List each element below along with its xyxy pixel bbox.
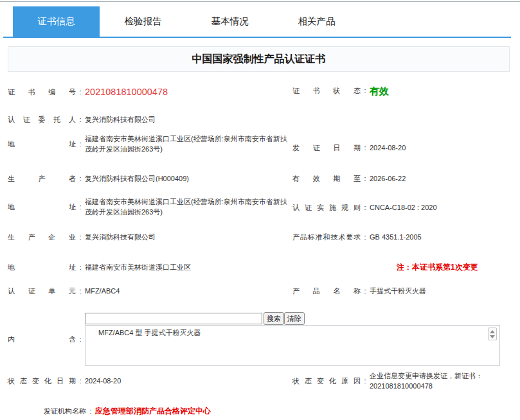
producer-value: 复兴消防科技有限公司(H000409) [85,174,189,184]
list-item[interactable]: MFZ/ABC4 型 手提式干粉灭火器 [85,326,499,338]
field-producer-address: 地址 : 福建省南安市美林街道溪口工业区(经营场所:泉州市南安市省新扶茂岭开发区… [8,197,294,218]
colon: : [76,335,85,345]
spinner-up-icon[interactable] [490,330,495,333]
colon: : [361,86,370,96]
contains-list-box[interactable]: MFZ/ABC4 型 手提式干粉灭火器 [85,325,500,366]
field-label: 内含 [8,335,76,345]
product-name-value: 手提式干粉灭火器 [370,286,426,297]
field-implementation-rule: 认证实施规则 : CNCA-C18-02 : 2020 [292,203,437,213]
issuing-org-value: 应急管理部消防产品合格评定中心 [95,406,211,417]
field-label: 产品名称 [292,286,361,297]
tab-underline [3,37,511,38]
field-label: 认证实施规则 [292,203,361,213]
tab-certificate-info[interactable]: 证书信息 [13,6,100,37]
applicant-value: 复兴消防科技有限公司 [85,115,156,125]
colon: : [86,407,95,417]
field-issuing-org: 发证机构名称 : 应急管理部消防产品合格评定中心 [44,406,211,417]
valid-until-value: 2026-06-22 [370,174,406,184]
colon: : [76,286,85,297]
field-cert-status: 证书状态 : 有效 [292,84,389,98]
tab-inspection-report[interactable]: 检验报告 [100,6,186,37]
colon: : [76,139,85,150]
tab-related-products[interactable]: 相关产品 [273,6,360,37]
colon: : [76,232,85,243]
field-factory-address: 地址 : 福建省南安市美林街道溪口工业区 [8,263,191,273]
factory-value: 复兴消防科技有限公司 [85,232,156,243]
field-label: 认证委托人 [8,115,76,125]
field-label: 地址 [8,202,76,213]
field-product-name: 产品名称 : 手提式干粉灭火器 [292,286,426,297]
producer-address-value: 福建省南安市美林街道溪口工业区(经营场所:泉州市南安市省新扶茂岭开发区油园街26… [85,197,294,218]
field-issue-date: 发证日期 : 2024-08-20 [292,143,406,153]
field-label: 生产者 [8,174,76,184]
field-cert-number: 证书编号 : 2021081810000478 [8,85,168,99]
field-label: 状态变化原因 [292,376,361,387]
cert-number-value: 2021081810000478 [85,85,168,99]
spinner-down-icon[interactable] [490,335,495,338]
colon: : [76,202,85,213]
field-label: 发证日期 [292,143,361,153]
field-label: 生产企业 [8,232,76,243]
field-label: 地址 [8,263,76,273]
field-label: 证书状态 [292,86,361,96]
search-button[interactable]: 搜索 [264,312,284,325]
field-label: 地址 [8,139,76,150]
colon: : [76,115,85,125]
tab-basic-info[interactable]: 基本情况 [186,6,273,37]
colon: : [361,376,370,387]
field-label: 有效期至 [292,174,361,184]
colon: : [361,174,370,184]
contains-search-input[interactable] [85,313,262,324]
colon: : [361,286,370,297]
spinner-control[interactable] [488,328,497,340]
certificate-title-box: 中国国家强制性产品认证证书 [8,46,510,72]
field-label: 证书编号 [8,87,76,98]
colon: : [76,174,85,184]
change-note: 注：本证书系第1次变更 [397,262,478,273]
field-valid-until: 有效期至 : 2026-06-22 [292,174,406,184]
factory-address-value: 福建省南安市美林街道溪口工业区 [85,263,191,273]
issue-date-value: 2024-08-20 [370,143,406,153]
field-factory: 生产企业 : 复兴消防科技有限公司 [8,232,156,243]
top-divider [0,1,520,2]
field-product-standard: 产品标准和技术要求 : GB 4351.1-2005 [292,232,422,243]
cert-unit-value: MFZ/ABC4 [85,286,120,297]
colon: : [361,143,370,153]
field-cert-unit: 认证单元 : MFZ/ABC4 [8,286,120,297]
field-status-change-reason: 状态变化原因 : 企业信息变更申请换发证，新证书：202108181000047… [292,371,501,392]
field-label: 产品标准和技术要求 [292,232,361,243]
page-title: 中国国家强制性产品认证证书 [192,53,326,64]
field-producer: 生产者 : 复兴消防科技有限公司(H000409) [8,174,189,184]
field-label: 发证机构名称 [44,407,86,417]
colon: : [361,232,370,243]
field-applicant-address: 地址 : 福建省南安市美林街道溪口工业区(经营场所:泉州市南安市省新扶茂岭开发区… [8,134,294,155]
applicant-address-value: 福建省南安市美林街道溪口工业区(经营场所:泉州市南安市省新扶茂岭开发区油园街26… [85,134,294,155]
field-contains-label: 内含 : [8,335,85,345]
colon: : [76,376,85,387]
field-label: 状态变化日期 [8,376,76,387]
field-applicant: 认证委托人 : 复兴消防科技有限公司 [8,115,156,125]
product-standard-value: GB 4351.1-2005 [370,232,422,243]
field-label: 认证单元 [8,286,76,297]
certificate-detail-page: 证书信息 检验报告 基本情况 相关产品 中国国家强制性产品认证证书 证书编号 :… [0,0,520,420]
colon: : [361,203,370,213]
status-change-reason-value: 企业信息变更申请换发证，新证书：2021081810000478 [370,371,501,392]
field-status-change-date: 状态变化日期 : 2024-08-20 [8,376,121,387]
colon: : [76,87,85,98]
clear-button[interactable]: 清除 [284,312,305,325]
status-change-date-value: 2024-08-20 [85,376,121,387]
implementation-rule-value: CNCA-C18-02 : 2020 [370,203,437,213]
colon: : [76,263,85,273]
status-badge: 有效 [370,84,389,98]
